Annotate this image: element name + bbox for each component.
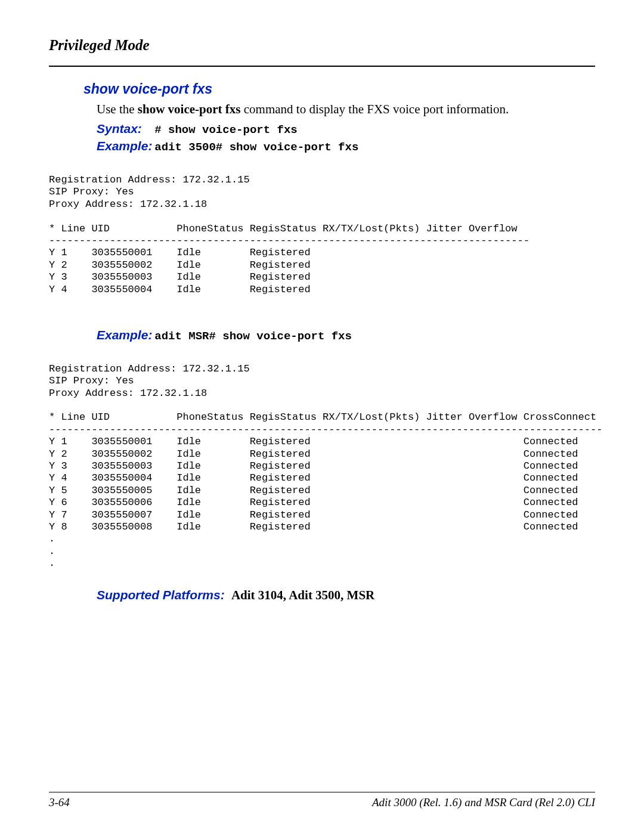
doc-title: Adit 3000 (Rel. 1.6) and MSR Card (Rel 2… xyxy=(372,796,595,809)
desc-post: command to display the FXS voice port in… xyxy=(240,102,509,116)
syntax-label: Syntax: xyxy=(97,122,151,136)
footer: 3-64 Adit 3000 (Rel. 1.6) and MSR Card (… xyxy=(49,792,595,809)
output-block-1: Registration Address: 172.32.1.15 SIP Pr… xyxy=(49,174,595,296)
example1-value: adit 3500# show voice-port fxs xyxy=(154,141,358,154)
footer-rule xyxy=(49,792,595,792)
mode-heading: Privileged Mode xyxy=(49,37,595,54)
supported-label: Supported Platforms: xyxy=(97,588,225,602)
syntax-row: Syntax: # show voice-port fxs xyxy=(97,122,595,137)
syntax-value: # show voice-port fxs xyxy=(154,123,297,137)
supported-value: Adit 3104, Adit 3500, MSR xyxy=(231,588,374,602)
desc-cmd: show voice-port fxs xyxy=(138,102,241,116)
page-number: 3-64 xyxy=(49,796,70,809)
section-title: show voice-port fxs xyxy=(83,81,595,97)
example2-row: Example: adit MSR# show voice-port fxs xyxy=(97,328,595,343)
desc-pre: Use the xyxy=(97,102,138,116)
output-block-2: Registration Address: 172.32.1.15 SIP Pr… xyxy=(49,363,595,570)
description: Use the show voice-port fxs command to d… xyxy=(97,102,595,117)
example1-row: Example: adit 3500# show voice-port fxs xyxy=(97,139,595,154)
example2-value: adit MSR# show voice-port fxs xyxy=(154,330,352,343)
example2-label: Example: xyxy=(97,328,151,342)
page: Privileged Mode show voice-port fxs Use … xyxy=(0,0,644,833)
header-rule xyxy=(49,66,595,67)
footer-row: 3-64 Adit 3000 (Rel. 1.6) and MSR Card (… xyxy=(49,796,595,809)
example1-label: Example: xyxy=(97,139,151,153)
supported-row: Supported Platforms: Adit 3104, Adit 350… xyxy=(97,588,595,603)
